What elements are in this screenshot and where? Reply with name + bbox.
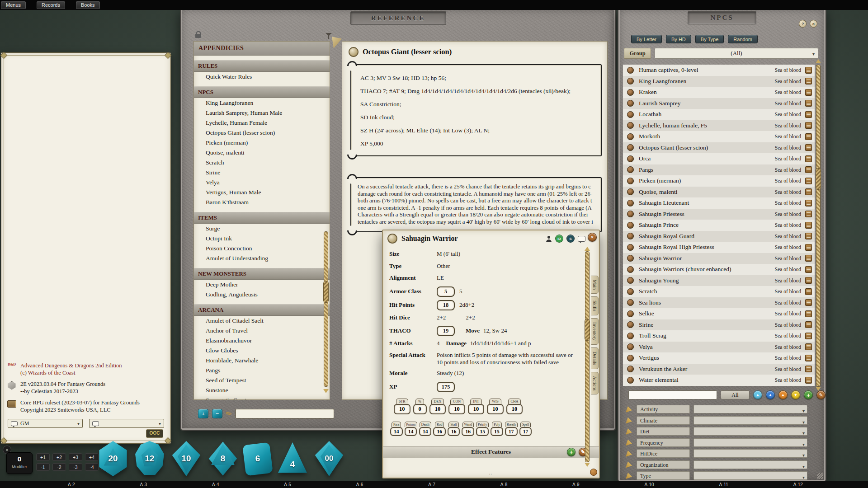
sidebar-item[interactable]: Poison Concoction <box>194 244 330 253</box>
filter-select[interactable] <box>693 427 807 436</box>
ooc-button[interactable]: OOC <box>146 429 163 438</box>
ability-score[interactable]: WIS 10 <box>487 399 504 414</box>
npc-token-icon[interactable] <box>627 288 634 295</box>
link-icon[interactable] <box>805 78 812 84</box>
sidebar-item[interactable]: Octopi Ink <box>194 234 330 244</box>
npc-token-icon[interactable] <box>627 343 634 350</box>
npc-token-icon[interactable] <box>627 244 634 251</box>
d12-die[interactable]: 12 <box>132 438 167 479</box>
sidebar-item[interactable]: Amulet of Understanding <box>194 253 330 263</box>
sidebar-item[interactable]: Glow Globes <box>194 346 330 356</box>
npc-token-icon[interactable] <box>627 89 634 96</box>
npc-token-icon[interactable] <box>627 266 634 273</box>
edit-list-button[interactable] <box>816 390 826 399</box>
link-icon[interactable] <box>805 288 812 295</box>
sheet-tab[interactable]: Skills <box>591 296 599 315</box>
hit-dice-value[interactable]: 2+2 <box>437 314 446 321</box>
npc-row[interactable]: Selkie Sea of blood <box>623 308 815 319</box>
npc-token-icon[interactable] <box>627 377 634 384</box>
npc-token-icon[interactable] <box>627 299 634 306</box>
sidebar-scrollbar[interactable] <box>324 231 328 387</box>
d4-die[interactable]: 4 <box>275 438 310 479</box>
link-icon[interactable] <box>805 244 812 251</box>
link-icon[interactable] <box>805 255 812 262</box>
ability-score[interactable]: DEX 10 <box>429 399 446 414</box>
scroll-top-button[interactable] <box>753 390 762 399</box>
filter-select[interactable] <box>693 460 807 469</box>
armor-class-box[interactable]: 5 <box>437 286 455 297</box>
scroll-down-arrow-icon[interactable] <box>323 389 329 393</box>
npc-token-icon[interactable] <box>627 233 634 239</box>
sidebar-item[interactable]: Hornblade, Narwhale <box>194 356 330 366</box>
size-value[interactable]: M (6' tall) <box>437 250 460 258</box>
filter-select[interactable] <box>693 416 807 425</box>
sidebar-item[interactable]: Vertigus, Human Male <box>194 188 330 197</box>
add-npc-button[interactable] <box>804 390 813 399</box>
npc-row[interactable]: Orca Sea of blood <box>623 153 815 164</box>
npc-row[interactable]: Sahuagin Royal Guard Sea of blood <box>623 231 815 242</box>
filter-select[interactable] <box>693 449 807 458</box>
hit-points-box[interactable]: 18 <box>437 300 455 310</box>
scroll-up-arrow-icon[interactable] <box>585 247 590 251</box>
ability-score[interactable]: INT 10 <box>468 399 485 414</box>
npc-token-icon[interactable] <box>627 155 634 162</box>
saving-throw[interactable]: Poly 15 <box>491 422 503 436</box>
link-icon[interactable] <box>805 333 812 339</box>
npc-token-icon[interactable] <box>627 277 634 284</box>
npc-token-icon[interactable] <box>627 222 634 229</box>
link-icon[interactable] <box>805 166 812 173</box>
menus-button[interactable]: Menus <box>1 1 26 9</box>
sheet-tab[interactable]: Actions <box>591 372 599 395</box>
speak-as-badge[interactable]: S <box>566 235 575 243</box>
sidebar-item[interactable]: Amulet of Citadel Saelt <box>194 316 330 326</box>
link-icon[interactable] <box>805 67 812 74</box>
link-icon[interactable] <box>805 321 812 328</box>
npc-row[interactable]: Sirine Sea of blood <box>623 319 815 331</box>
link-icon[interactable] <box>805 122 812 129</box>
sidebar-item[interactable]: Surge <box>194 224 330 234</box>
saving-throw[interactable]: Rod 16 <box>433 422 446 436</box>
npc-row[interactable]: Octopus Giant (lesser scion) Sea of bloo… <box>623 142 815 154</box>
modifier-box[interactable]: 0 Modifier <box>6 452 33 474</box>
filter-select[interactable] <box>693 438 807 447</box>
sidebar-item[interactable]: Deep Mother <box>194 280 330 290</box>
sidebar-item[interactable]: Octopus Giant (lesser scion) <box>194 128 330 138</box>
npc-row[interactable]: Sahuagin Priestess Sea of blood <box>623 209 815 220</box>
alignment-value[interactable]: LE <box>437 274 444 282</box>
modifier-minus-button[interactable]: -2 <box>52 463 66 471</box>
link-icon[interactable] <box>805 200 812 206</box>
window-title-plaque[interactable]: REFERENCE <box>350 11 446 25</box>
modifier-plus-button[interactable]: +3 <box>69 453 82 461</box>
window-title-plaque[interactable]: NPCS <box>688 11 756 24</box>
npc-entry-icon[interactable] <box>349 47 359 57</box>
move-up-button[interactable] <box>766 390 775 399</box>
filter-tab[interactable]: Random <box>728 35 758 43</box>
armor-class-extra[interactable]: 5 <box>459 288 462 295</box>
scroll-down-arrow-icon[interactable] <box>585 463 590 467</box>
npc-row[interactable]: Sahuagin Royal High Priestess Sea of blo… <box>623 242 815 253</box>
link-icon[interactable] <box>805 89 812 96</box>
sidebar-item[interactable]: Quoise, malenti <box>194 148 330 158</box>
ability-score[interactable]: CHA 10 <box>506 399 523 414</box>
npc-row[interactable]: Sahuagin Warrior Sea of blood <box>623 253 815 264</box>
npc-row[interactable]: Verukuun the Asker Sea of blood <box>623 364 815 375</box>
link-icon[interactable] <box>805 299 812 306</box>
saving-throw[interactable]: Staff 16 <box>448 422 460 436</box>
chat-voice-select[interactable] <box>89 419 164 428</box>
all-button[interactable]: All <box>721 390 750 399</box>
d10-die[interactable]: 10 <box>169 438 203 479</box>
npc-token-icon[interactable] <box>627 78 634 84</box>
sidebar-item[interactable]: Pieken (merman) <box>194 138 330 148</box>
link-icon[interactable] <box>805 133 812 140</box>
link-icon[interactable] <box>805 343 812 350</box>
resize-grip[interactable] <box>590 469 597 476</box>
ability-score[interactable]: CON 10 <box>448 399 465 414</box>
page-corner-icon[interactable] <box>332 37 342 48</box>
link-icon[interactable] <box>805 377 812 384</box>
npc-row[interactable]: Water elemental Sea of blood <box>623 375 815 386</box>
npc-row[interactable]: Pieken (merman) Sea of blood <box>623 175 815 187</box>
sidebar-item[interactable]: Synergetic Crustaceans <box>194 395 330 400</box>
npc-row[interactable]: Pangs Sea of blood <box>623 164 815 176</box>
type-value[interactable]: Other <box>437 263 450 270</box>
npc-row[interactable]: King Laangforanen Sea of blood <box>623 76 815 87</box>
